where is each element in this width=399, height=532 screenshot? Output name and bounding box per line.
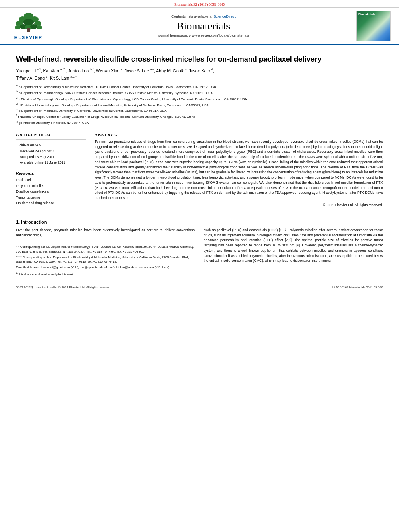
article-history-box: Article history: Received 29 April 2011 …: [16, 139, 86, 168]
footnote-equal: 1 1 Authors contributed equally to this …: [16, 271, 195, 277]
footnote-double-star: ** ** Corresponding author. Department o…: [16, 255, 195, 264]
svg-point-7: [15, 25, 21, 29]
journal-title: Biomaterials: [55, 20, 352, 32]
journal-homepage: journal homepage: www.elsevier.com/locat…: [55, 33, 352, 37]
elsevier-logo: ELSEVIER: [14, 12, 43, 40]
keyword-paclitaxel: Paclitaxel: [16, 177, 86, 183]
keyword-ondemand: On-demand drug release: [16, 200, 86, 206]
available-date: Available online 11 June 2011: [20, 160, 83, 166]
history-label: Article history:: [20, 142, 83, 148]
keywords-section: Keywords: Paclitaxel Polymeric micelles …: [16, 171, 86, 206]
issn-text: 0142-9612/$ – see front matter © 2011 El…: [16, 286, 111, 289]
intro-left: Over the past decade, polymeric micelles…: [16, 228, 195, 278]
page-wrapper: Biomaterials 32 (2011) 6633–6645: [0, 0, 399, 532]
main-content: Well-defined, reversible disulfide cross…: [0, 45, 399, 293]
article-title: Well-defined, reversible disulfide cross…: [16, 55, 383, 64]
abstract-col: ABSTRACT To minimize premature release o…: [95, 133, 383, 207]
received-date: Received 29 April 2011: [20, 149, 83, 154]
journal-cover-image: Biomaterials: [356, 11, 391, 41]
elsevier-logo-area: ELSEVIER: [6, 12, 51, 40]
keyword-polymeric: Polymeric micelles: [16, 183, 86, 189]
keyword-tumor: Tumor targeting: [16, 195, 86, 200]
elsevier-wordmark: ELSEVIER: [14, 35, 43, 40]
keyword-disulfide: Disulfide cross-linking: [16, 189, 86, 194]
footnote-email: E-mail addresses: liyuanpei@gmail.com (Y…: [16, 265, 195, 269]
affiliation-d: d d Division of Hematology and Oncology,…: [16, 102, 383, 107]
divider-mid: [16, 213, 383, 213]
article-info-heading: ARTICLE INFO: [16, 133, 86, 137]
affiliation-g: g g Princeton University, Princeton, NJ …: [16, 119, 383, 125]
abstract-heading: ABSTRACT: [95, 133, 383, 137]
intro-left-text: Over the past decade, polymeric micelles…: [16, 228, 195, 238]
svg-point-10: [30, 24, 37, 29]
intro-heading: 1. Introduction: [16, 220, 383, 224]
journal-header-center: Contents lists available at ScienceDirec…: [55, 14, 352, 37]
intro-right: such as paclitaxel (PTX) and doxorubicin…: [204, 228, 383, 278]
article-info-abstract: ARTICLE INFO Article history: Received 2…: [16, 133, 383, 207]
elsevier-tree-icon: [14, 12, 43, 34]
footnote-star: * * Corresponding author. Department of …: [16, 244, 195, 254]
journal-banner: Biomaterials 32 (2011) 6633–6645: [0, 0, 399, 8]
sciencedirect-link[interactable]: ScienceDirect: [214, 14, 236, 18]
intro-two-col: Over the past decade, polymeric micelles…: [16, 228, 383, 278]
intro-right-text: such as paclitaxel (PTX) and doxorubicin…: [204, 228, 383, 263]
accepted-date: Accepted 16 May 2011: [20, 154, 83, 160]
bottom-bar: 0142-9612/$ – see front matter © 2011 El…: [16, 283, 383, 289]
affiliation-f: f f National Chengdu Center for Safety E…: [16, 113, 383, 119]
affiliation-a: a a Department of Biochemistry & Molecul…: [16, 84, 383, 89]
affiliation-e: e e Department of Pharmacy, University o…: [16, 107, 383, 113]
footnotes-area: * * Corresponding author. Department of …: [16, 242, 195, 276]
banner-text: Biomaterials 32 (2011) 6633–6645: [174, 2, 225, 6]
copyright-line: © 2011 Elsevier Ltd. All rights reserved…: [95, 203, 383, 207]
svg-rect-12: [27, 28, 30, 32]
cover-label: Biomaterials: [358, 13, 375, 16]
abstract-text: To minimize premature release of drugs f…: [95, 139, 383, 201]
svg-point-11: [37, 25, 42, 29]
doi-text: doi:10.1016/j.biomaterials.2011.05.050: [331, 286, 383, 289]
authors-line: Yuanpei Li a,1, Kai Xiao a,f,1, Juntao L…: [16, 67, 383, 81]
affiliations-block: a a Department of Biochemistry & Molecul…: [16, 84, 383, 125]
article-info-col: ARTICLE INFO Article history: Received 2…: [16, 133, 86, 207]
affiliation-c: c c Division of Gynecologic Oncology, De…: [16, 96, 383, 101]
journal-cover-area: Biomaterials: [356, 11, 393, 41]
keywords-heading: Keywords:: [16, 171, 86, 175]
divider-top: [16, 129, 383, 129]
affiliation-b: b b Department of Pharmacology, SUNY Ups…: [16, 90, 383, 95]
journal-header: ELSEVIER Contents lists available at Sci…: [0, 8, 399, 45]
introduction-section: 1. Introduction Over the past decade, po…: [16, 220, 383, 278]
contents-available-text: Contents lists available at ScienceDirec…: [55, 14, 352, 18]
